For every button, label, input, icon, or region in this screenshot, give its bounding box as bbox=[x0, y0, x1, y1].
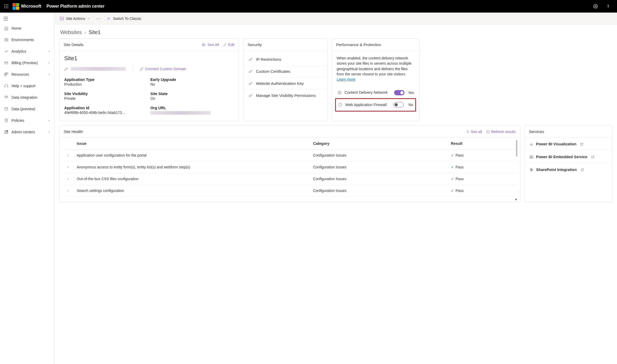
nav-policies[interactable]: Policies bbox=[0, 115, 54, 126]
table-row: Out-of-the-box CSS files configurationCo… bbox=[64, 173, 518, 185]
security-ip-restrictions[interactable]: IP Restrictions bbox=[243, 53, 327, 65]
svg-point-54 bbox=[530, 168, 532, 170]
edit-url-button[interactable] bbox=[64, 67, 68, 71]
category-cell: Configuration Issues bbox=[310, 185, 448, 197]
nav-analytics[interactable]: Analytics bbox=[0, 46, 54, 57]
admin-centers-icon bbox=[4, 129, 9, 135]
nav-label: Admin centers bbox=[12, 130, 35, 134]
refresh-results-link[interactable]: Refresh results bbox=[486, 130, 516, 134]
learn-more-link[interactable]: Learn more bbox=[337, 77, 356, 81]
svg-point-24 bbox=[5, 107, 8, 108]
svg-point-1 bbox=[6, 4, 7, 5]
svg-point-3 bbox=[4, 6, 5, 7]
security-card: Security IP Restrictions Custom Certific… bbox=[243, 38, 327, 121]
svg-rect-50 bbox=[530, 156, 533, 158]
result-cell: ✓Pass bbox=[448, 161, 513, 173]
see-all-link[interactable]: 123 See All bbox=[203, 43, 219, 47]
site-url-redacted bbox=[71, 67, 126, 71]
col-result[interactable]: Result bbox=[448, 138, 513, 150]
resources-icon bbox=[4, 72, 9, 77]
service-sharepoint-integration[interactable]: SharePoint Integration bbox=[525, 163, 612, 176]
top-header: Microsoft Power Platform admin center bbox=[0, 0, 617, 13]
expand-row-button[interactable] bbox=[64, 161, 74, 173]
settings-icon[interactable] bbox=[589, 0, 602, 13]
ms-logo-icon bbox=[13, 3, 19, 10]
app-title: Power Platform admin center bbox=[47, 4, 105, 9]
list-icon: 123 bbox=[203, 43, 206, 47]
breadcrumb-parent[interactable]: Websites bbox=[60, 29, 82, 35]
visibility-value: Private bbox=[64, 96, 148, 101]
waf-highlight: Web Application Firewall No bbox=[335, 98, 416, 112]
nav-home[interactable]: Home bbox=[0, 23, 54, 34]
edit-link[interactable]: Edit bbox=[223, 43, 234, 47]
svg-point-5 bbox=[8, 6, 8, 7]
security-custom-certificates[interactable]: Custom Certificates bbox=[243, 65, 327, 78]
svg-point-41 bbox=[249, 83, 250, 85]
svg-point-10 bbox=[608, 7, 608, 8]
svg-rect-30 bbox=[5, 132, 6, 134]
nav-data-preview[interactable]: Data (preview) bbox=[0, 103, 54, 115]
site-details-title: Site Details bbox=[64, 42, 84, 47]
expand-row-button[interactable] bbox=[64, 150, 74, 161]
open-external-icon bbox=[591, 155, 594, 159]
org-url-label: Org URL bbox=[150, 106, 234, 110]
chevron-down-icon bbox=[87, 17, 90, 20]
scrollbar[interactable] bbox=[516, 140, 517, 157]
checkbox-icon bbox=[60, 16, 64, 21]
nav-environments[interactable]: Environments bbox=[0, 34, 54, 46]
site-actions-button[interactable]: Site Actions bbox=[60, 16, 90, 21]
expand-row-button[interactable] bbox=[64, 185, 74, 197]
health-see-all-link[interactable]: See all bbox=[466, 130, 482, 134]
svg-point-2 bbox=[8, 4, 8, 5]
more-actions-button[interactable]: ⋯ bbox=[95, 16, 102, 21]
service-power-bi-embedded[interactable]: Power BI Embedded Service bbox=[525, 151, 612, 163]
home-icon bbox=[4, 26, 9, 31]
help-icon[interactable] bbox=[602, 0, 614, 13]
result-cell: ✓Pass bbox=[448, 185, 513, 197]
svg-point-56 bbox=[531, 170, 532, 171]
col-category[interactable]: Category bbox=[310, 138, 448, 150]
environments-icon bbox=[4, 37, 9, 42]
table-row: Search settings configurationConfigurati… bbox=[64, 185, 518, 197]
waf-toggle[interactable] bbox=[393, 102, 404, 107]
key-icon bbox=[248, 81, 253, 86]
app-type-value: Production bbox=[64, 82, 148, 86]
nav-help-support[interactable]: Help + support bbox=[0, 80, 54, 92]
app-launcher-icon[interactable] bbox=[3, 3, 10, 10]
svg-rect-16 bbox=[5, 62, 8, 64]
col-issue[interactable]: Issue bbox=[74, 138, 310, 150]
waf-state: No bbox=[406, 102, 413, 107]
security-visibility-permissions[interactable]: Manage Site Visibility Permissions bbox=[243, 90, 327, 101]
svg-point-39 bbox=[249, 59, 250, 60]
expand-row-button[interactable] bbox=[64, 173, 74, 185]
open-external-icon bbox=[581, 168, 584, 172]
data-integration-icon bbox=[4, 95, 9, 100]
nav-label: Data (preview) bbox=[12, 107, 35, 111]
microsoft-logo: Microsoft bbox=[13, 3, 41, 10]
scroll-down-icon[interactable]: ▼ bbox=[515, 198, 518, 201]
table-row: Anonymous access to entity form(s), enti… bbox=[64, 161, 518, 173]
performance-card: Performance & Protection When enabled, t… bbox=[332, 38, 419, 121]
svg-point-4 bbox=[6, 6, 7, 7]
headset-icon bbox=[4, 83, 9, 89]
nav-label: Billing (Preview) bbox=[12, 61, 38, 65]
early-upgrade-value: No bbox=[150, 82, 234, 86]
nav-billing[interactable]: Billing (Preview) bbox=[0, 57, 54, 69]
cdn-toggle[interactable] bbox=[394, 90, 405, 95]
svg-point-9 bbox=[595, 6, 596, 7]
service-power-bi-viz[interactable]: Power BI Visualization bbox=[525, 138, 612, 151]
nav-label: Environments bbox=[12, 38, 34, 42]
security-auth-key[interactable]: Website Authentication Key bbox=[243, 78, 327, 90]
nav-data-integration[interactable]: Data integration bbox=[0, 92, 54, 103]
org-url-redacted bbox=[150, 111, 211, 115]
connect-custom-domain-link[interactable]: Connect Custom Domain bbox=[140, 67, 186, 71]
site-details-card: Site Details 123 See All Edit Site1 bbox=[59, 38, 239, 121]
svg-rect-19 bbox=[7, 73, 8, 74]
nav-admin-centers[interactable]: Admin centers bbox=[0, 126, 54, 138]
services-card: Services Power BI Visualization Power BI… bbox=[525, 125, 612, 202]
issue-cell: Anonymous access to entity form(s), enti… bbox=[74, 161, 310, 173]
nav-resources[interactable]: Resources bbox=[0, 69, 54, 80]
shield-icon bbox=[338, 103, 343, 107]
switch-to-classic-button[interactable]: Switch To Classic bbox=[107, 16, 141, 21]
collapse-nav-button[interactable] bbox=[0, 15, 54, 23]
